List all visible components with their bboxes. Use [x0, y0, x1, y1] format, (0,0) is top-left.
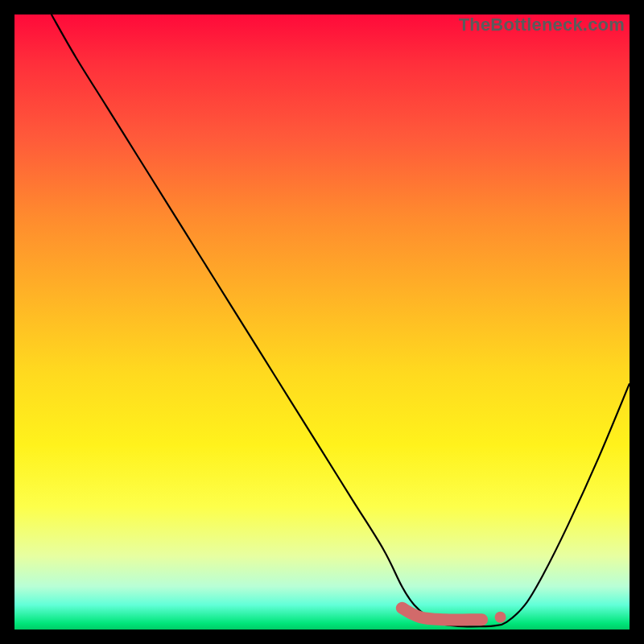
chart-svg: [14, 14, 630, 630]
optimal-range-marker: [402, 608, 481, 620]
optimal-point-dot: [495, 612, 506, 623]
chart-stage: TheBottleneck.com: [0, 0, 644, 644]
plot-area: TheBottleneck.com: [14, 14, 630, 630]
bottleneck-curve: [52, 14, 630, 626]
